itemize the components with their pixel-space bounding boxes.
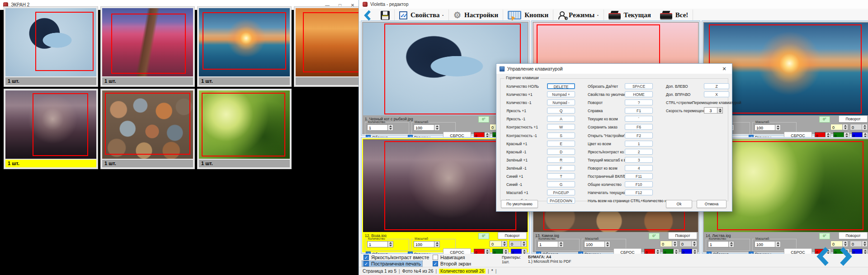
- stepper-arrows[interactable]: [775, 124, 781, 131]
- down-arrow-icon[interactable]: [777, 245, 779, 247]
- up-arrow-icon[interactable]: [777, 125, 779, 127]
- hotkey-field[interactable]: 2: [625, 149, 653, 155]
- down-arrow-icon[interactable]: [777, 128, 779, 130]
- thumbnail-image[interactable]: [102, 90, 193, 159]
- scale-stepper[interactable]: 100: [414, 124, 440, 131]
- stepper-arrows[interactable]: [672, 241, 678, 247]
- down-arrow-icon[interactable]: [730, 245, 733, 247]
- hotkey-field[interactable]: 4: [625, 165, 653, 171]
- down-arrow-icon[interactable]: [503, 244, 506, 246]
- rotate-button[interactable]: Поворот: [668, 232, 697, 239]
- thumbnail-image[interactable]: [199, 90, 290, 159]
- up-arrow-icon[interactable]: [730, 242, 733, 244]
- up-arrow-icon[interactable]: [523, 250, 526, 251]
- offset-stepper-1[interactable]: 0: [830, 241, 848, 247]
- down-arrow-icon[interactable]: [560, 245, 562, 247]
- move-speed-value[interactable]: 3: [704, 107, 717, 114]
- per-page-print-checkbox[interactable]: ✓ Постраничная печать: [362, 261, 422, 266]
- down-arrow-icon[interactable]: [674, 244, 676, 246]
- down-arrow-icon[interactable]: [389, 245, 392, 247]
- navigation-checkbox[interactable]: ✓ Навигация: [433, 255, 465, 260]
- stepper-arrows[interactable]: [729, 241, 734, 247]
- offset-stepper-1[interactable]: 0: [660, 241, 678, 247]
- quantity-stepper[interactable]: 1: [708, 241, 734, 247]
- hotkey-field[interactable]: E: [547, 141, 575, 147]
- up-arrow-icon[interactable]: [863, 242, 866, 243]
- quantity-value[interactable]: 1: [538, 241, 558, 247]
- offset-value-1[interactable]: 0: [660, 241, 672, 247]
- offset-stepper-2[interactable]: 0: [509, 241, 527, 247]
- hotkey-field[interactable]: W: [547, 124, 575, 130]
- thumbnail-card[interactable]: [294, 6, 359, 87]
- stepper-arrows[interactable]: [843, 241, 848, 247]
- scale-value[interactable]: 100: [414, 241, 434, 247]
- move-speed-stepper[interactable]: 3: [704, 107, 723, 114]
- up-arrow-icon[interactable]: [656, 250, 659, 251]
- quantity-stepper[interactable]: 1: [538, 241, 564, 247]
- down-arrow-icon[interactable]: [436, 245, 439, 247]
- hotkey-field[interactable]: F: [547, 165, 575, 171]
- up-arrow-icon[interactable]: [505, 250, 507, 251]
- stepper-arrows[interactable]: [605, 241, 610, 247]
- up-arrow-icon[interactable]: [777, 242, 779, 244]
- up-arrow-icon[interactable]: [864, 133, 867, 135]
- scale-stepper[interactable]: 100: [755, 124, 781, 131]
- hotkey-field[interactable]: S: [547, 133, 575, 138]
- down-arrow-icon[interactable]: [693, 244, 696, 246]
- up-arrow-icon[interactable]: [674, 242, 676, 243]
- hotkey-field[interactable]: F10: [625, 181, 653, 187]
- up-arrow-icon[interactable]: [389, 242, 392, 244]
- scale-stepper[interactable]: 100: [414, 241, 440, 247]
- print-all-button[interactable]: Все!: [656, 9, 693, 22]
- down-arrow-icon[interactable]: [389, 128, 392, 130]
- up-arrow-icon[interactable]: [523, 242, 525, 243]
- prev-page-arrow[interactable]: [816, 247, 830, 266]
- print-current-button[interactable]: Текущая: [604, 9, 656, 22]
- stepper-arrows[interactable]: [775, 241, 781, 247]
- down-arrow-icon[interactable]: [863, 244, 866, 246]
- quantity-value[interactable]: 1: [367, 124, 388, 131]
- hotkey-field[interactable]: PAGEUP: [547, 190, 575, 195]
- buttons-button[interactable]: Кнопки: [503, 9, 553, 22]
- up-arrow-icon[interactable]: [864, 250, 867, 251]
- scale-value[interactable]: 100: [755, 241, 775, 247]
- hotkey-field[interactable]: Numpad -: [547, 100, 575, 105]
- offset-stepper-1[interactable]: 0: [490, 241, 507, 247]
- ok-button[interactable]: Ok: [666, 200, 692, 208]
- crop-rectangle[interactable]: [717, 141, 863, 230]
- stepper-arrows[interactable]: [521, 241, 527, 247]
- up-arrow-icon[interactable]: [845, 133, 848, 135]
- offset-stepper-2[interactable]: 0: [850, 241, 868, 247]
- hotkey-field[interactable]: F2: [625, 133, 653, 138]
- thumbnail-image[interactable]: [5, 90, 96, 159]
- second-screen-checkbox[interactable]: ✓ Второй экран: [433, 261, 471, 266]
- hotkey-field[interactable]: SPACE: [625, 83, 653, 89]
- thumbnail-card[interactable]: 1 шт.: [4, 6, 98, 87]
- back-button[interactable]: [359, 9, 376, 22]
- offset-value-2[interactable]: 0: [850, 124, 862, 130]
- offset-stepper-2[interactable]: 0: [679, 241, 697, 247]
- thumbnail-image[interactable]: [102, 8, 193, 76]
- thumbnail-image[interactable]: [296, 8, 359, 76]
- stepper-arrows[interactable]: [843, 124, 848, 130]
- hotkey-field[interactable]: F11: [625, 173, 653, 179]
- hotkey-field[interactable]: HOME: [625, 91, 653, 97]
- thumbnail-image[interactable]: [5, 8, 96, 76]
- down-arrow-icon[interactable]: [844, 128, 847, 129]
- hotkey-field[interactable]: F6: [625, 124, 653, 130]
- save-button[interactable]: [376, 9, 394, 22]
- stepper-arrows[interactable]: [388, 241, 393, 247]
- stepper-arrows[interactable]: [558, 241, 564, 247]
- offset-stepper-2[interactable]: 0: [850, 124, 868, 130]
- stepper-arrows[interactable]: [717, 107, 723, 114]
- settings-button[interactable]: Настройки: [449, 9, 503, 22]
- properties-button[interactable]: ✓✓ Свойства ·: [395, 9, 448, 22]
- down-arrow-icon[interactable]: [523, 244, 525, 246]
- stepper-arrows[interactable]: [388, 124, 393, 131]
- up-arrow-icon[interactable]: [827, 133, 830, 135]
- down-arrow-icon[interactable]: [719, 111, 722, 113]
- hotkey-field[interactable]: DELETE: [547, 83, 575, 89]
- hotkey-field[interactable]: F1: [625, 108, 653, 114]
- quantity-stepper[interactable]: 1: [367, 241, 393, 247]
- hotkey-field[interactable]: D: [547, 149, 575, 155]
